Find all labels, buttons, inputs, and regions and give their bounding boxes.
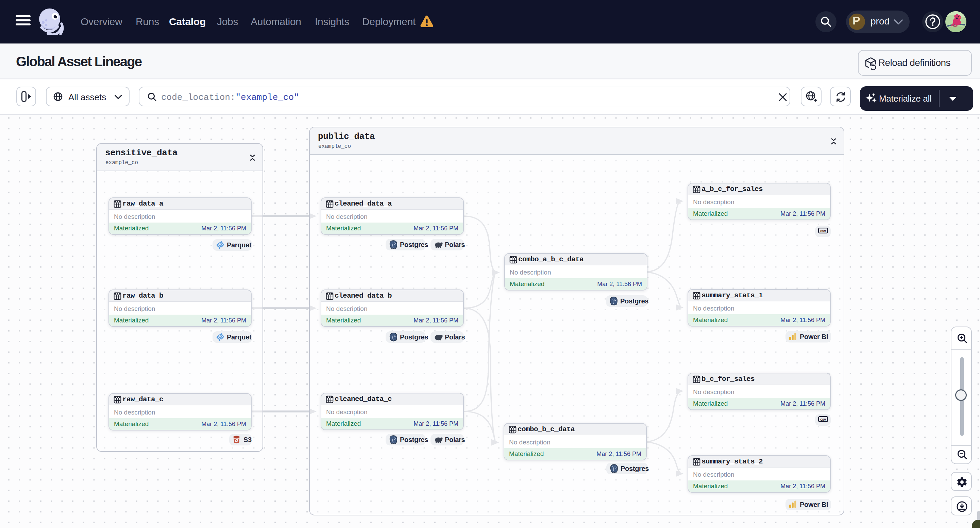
svg-text:csv: csv [820,229,826,233]
svg-text:csv: csv [820,417,826,421]
